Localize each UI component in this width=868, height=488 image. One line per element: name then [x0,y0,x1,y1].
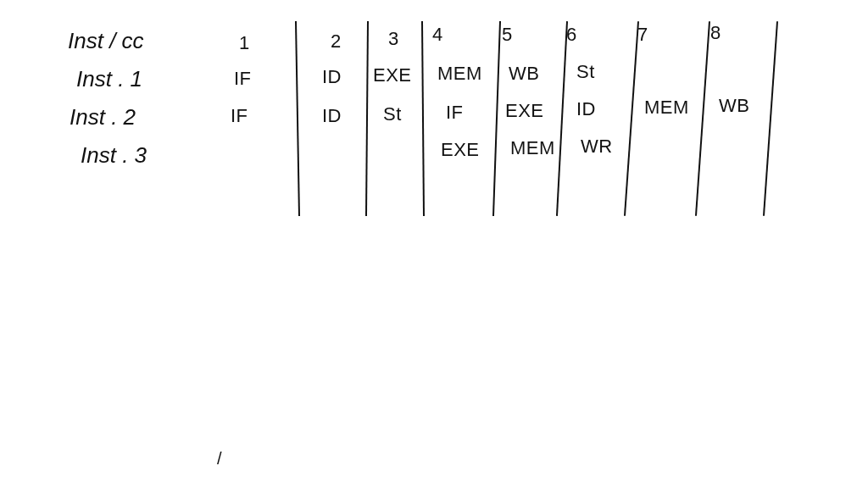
col-divider [624,21,639,216]
stage-cell: IF [234,69,252,88]
col-divider [695,21,710,216]
col-divider [365,21,369,216]
stage-cell: ID [322,107,342,125]
row-label-3: Inst . 3 [81,144,147,166]
cycle-header: 4 [432,25,443,44]
stage-cell: WR [581,137,613,156]
cycle-header: 1 [239,34,250,53]
cycle-header: 2 [331,32,342,51]
stray-mark: / [217,449,222,469]
col-divider [763,21,778,216]
stage-cell: EXE [373,66,412,85]
stage-cell: EXE [441,141,480,159]
stage-cell: WB [509,64,539,83]
col-divider [295,21,300,216]
cycle-header: 6 [566,25,577,44]
stage-cell: IF [446,103,464,122]
stage-cell: ID [322,68,342,86]
stage-cell: IF [231,107,248,125]
stage-cell: St [383,105,402,124]
cycle-header: 7 [637,25,648,44]
stage-cell: ID [576,100,596,119]
stage-cell: MEM [510,139,555,158]
stage-cell: St [576,63,595,81]
stage-cell: WB [719,97,749,115]
cycle-header: 3 [388,30,399,48]
col-divider [492,21,501,216]
pipeline-diagram: Inst / cc Inst . 1 Inst . 2 Inst . 3 1 2… [0,0,868,488]
col-divider [421,21,425,216]
col-divider [556,21,568,216]
stage-cell: MEM [644,98,689,117]
stage-cell: EXE [505,102,544,120]
header-label: Inst / cc [68,30,144,52]
row-label-2: Inst . 2 [70,106,136,128]
row-label-1: Inst . 1 [76,68,142,90]
cycle-header: 8 [710,24,721,42]
cycle-header: 5 [502,25,513,44]
stage-cell: MEM [437,64,482,83]
